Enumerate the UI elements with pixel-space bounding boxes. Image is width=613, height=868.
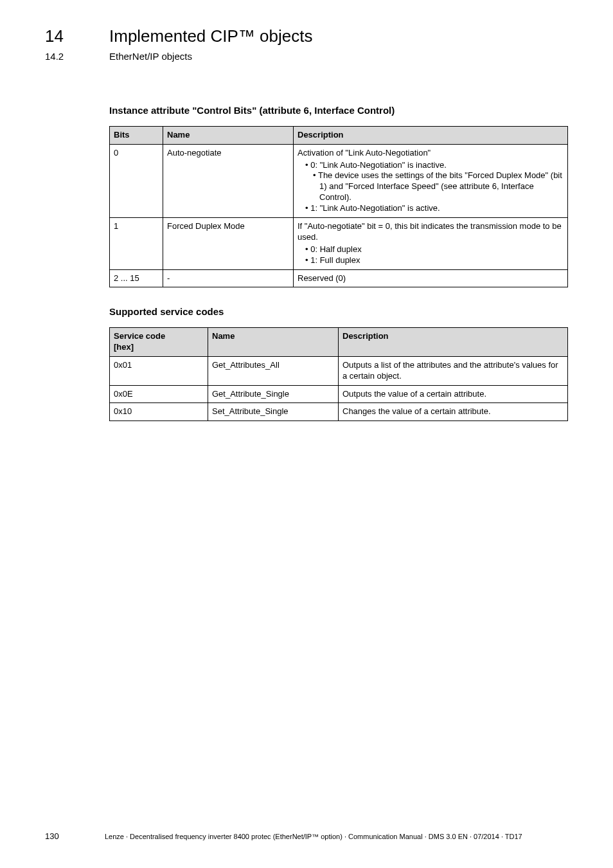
table-row: 2 ... 15 - Reserved (0) bbox=[110, 269, 568, 287]
page-header: 14 Implemented CIP™ objects 14.2 EtherNe… bbox=[45, 26, 568, 62]
cell-service-code: 0x01 bbox=[110, 356, 208, 385]
desc-bullets: 0: Half duplex 1: Full duplex bbox=[298, 244, 564, 266]
subheading-control-bits: Instance attribute "Control Bits" (attri… bbox=[109, 104, 568, 117]
table-row: 1 Forced Duplex Mode If "Auto-negotiate"… bbox=[110, 218, 568, 270]
cell-bits: 0 bbox=[110, 144, 163, 217]
content-area: Instance attribute "Control Bits" (attri… bbox=[109, 104, 568, 421]
cell-bits: 2 ... 15 bbox=[110, 269, 163, 287]
desc-lead: If "Auto-negotiate" bit = 0, this bit in… bbox=[298, 221, 562, 242]
desc-bullets: 0: "Link Auto-Negotiation" is inactive. … bbox=[298, 160, 564, 214]
page-number: 130 bbox=[45, 831, 59, 842]
section-title: EtherNet/IP objects bbox=[109, 50, 192, 63]
chapter-title: Implemented CIP™ objects bbox=[109, 26, 312, 48]
th-service-code-line2: [hex] bbox=[114, 342, 134, 352]
cell-bits: 1 bbox=[110, 218, 163, 270]
subheading-service-codes: Supported service codes bbox=[109, 305, 568, 318]
th-service-code: Service code[hex] bbox=[110, 327, 208, 356]
divider-dashes: _ _ _ _ _ _ _ _ _ _ _ _ _ _ _ _ _ _ _ _ … bbox=[45, 84, 568, 85]
cell-name: Forced Duplex Mode bbox=[163, 218, 294, 270]
cell-description: Reserved (0) bbox=[294, 269, 568, 287]
page-footer: 130 Lenze · Decentralised frequency inve… bbox=[45, 831, 568, 842]
cell-name: Get_Attributes_All bbox=[208, 356, 339, 385]
chapter-line: 14 Implemented CIP™ objects bbox=[45, 26, 568, 48]
cell-name: Auto-negotiate bbox=[163, 144, 294, 217]
table-row: 0 Auto-negotiate Activation of "Link Aut… bbox=[110, 144, 568, 217]
section-number: 14.2 bbox=[45, 50, 109, 63]
cell-service-code: 0x10 bbox=[110, 403, 208, 421]
cell-name: - bbox=[163, 269, 294, 287]
table-row: 0x01 Get_Attributes_All Outputs a list o… bbox=[110, 356, 568, 385]
th-name: Name bbox=[208, 327, 339, 356]
cell-service-code: 0x0E bbox=[110, 385, 208, 403]
desc-lead: Activation of "Link Auto-Negotiation" bbox=[298, 148, 431, 158]
th-description: Description bbox=[294, 126, 568, 144]
th-bits: Bits bbox=[110, 126, 163, 144]
bullet-item: 1: Full duplex bbox=[305, 255, 564, 266]
bullet-item: 0: "Link Auto-Negotiation" is inactive. bbox=[305, 160, 564, 171]
cell-name: Get_Attribute_Single bbox=[208, 385, 339, 403]
section-line: 14.2 EtherNet/IP objects bbox=[45, 50, 568, 63]
table-control-bits: Bits Name Description 0 Auto-negotiate A… bbox=[109, 126, 568, 288]
th-description: Description bbox=[339, 327, 568, 356]
bullet-item: 0: Half duplex bbox=[305, 244, 564, 255]
cell-description: Changes the value of a certain attribute… bbox=[339, 403, 568, 421]
chapter-number: 14 bbox=[45, 26, 109, 48]
cell-description: If "Auto-negotiate" bit = 0, this bit in… bbox=[294, 218, 568, 270]
cell-name: Set_Attribute_Single bbox=[208, 403, 339, 421]
bullet-item: 1: "Link Auto-Negotiation" is active. bbox=[305, 203, 564, 214]
th-name: Name bbox=[163, 126, 294, 144]
bullet-sub-item: The device uses the settings of the bits… bbox=[305, 170, 564, 203]
cell-description: Outputs a list of the attributes and the… bbox=[339, 356, 568, 385]
th-service-code-line1: Service code bbox=[114, 331, 165, 341]
cell-description: Activation of "Link Auto-Negotiation" 0:… bbox=[294, 144, 568, 217]
table-row: 0x10 Set_Attribute_Single Changes the va… bbox=[110, 403, 568, 421]
table-service-codes: Service code[hex] Name Description 0x01 … bbox=[109, 327, 568, 421]
footer-credit: Lenze · Decentralised frequency inverter… bbox=[59, 832, 568, 841]
table-row: 0x0E Get_Attribute_Single Outputs the va… bbox=[110, 385, 568, 403]
cell-description: Outputs the value of a certain attribute… bbox=[339, 385, 568, 403]
